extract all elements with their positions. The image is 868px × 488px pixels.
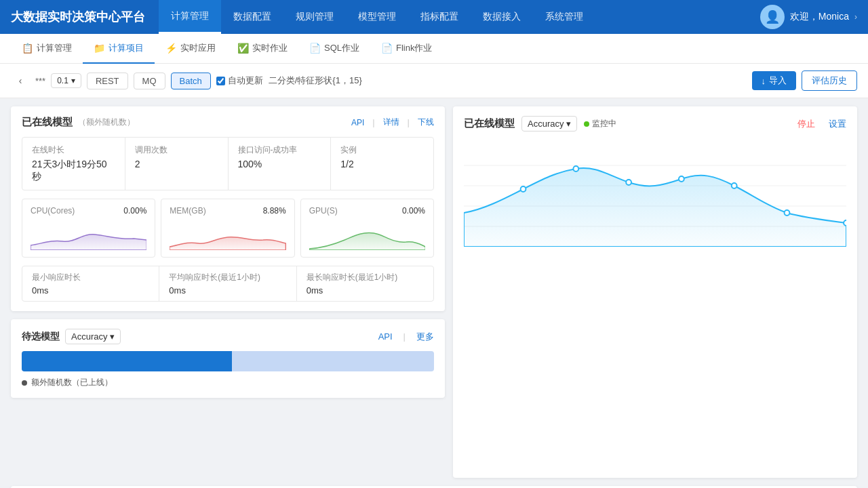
sub-nav: 📋 计算管理 📁 计算项目 ⚡ 实时应用 ✅ 实时作业 📄 SQL作业 📄 Fl… — [0, 34, 868, 64]
stat-call-count-label: 调用次数 — [135, 144, 218, 156]
sub-item-flink-job[interactable]: 📄 Flink作业 — [370, 34, 443, 64]
gpu-label: GPU(S) — [309, 206, 338, 216]
import-button[interactable]: ↓ 导入 — [752, 71, 797, 90]
legend-row: 额外随机数（已上线） — [22, 377, 434, 388]
chevron-down-icon: ▾ — [566, 119, 571, 129]
mem-resource-header: MEM(GB) 8.88% — [170, 206, 285, 216]
response-max: 最长响应时长(最近1小时) 0ms — [297, 266, 433, 301]
nav-item-compute[interactable]: 计算管理 — [159, 0, 221, 34]
sub-item-realtime-job[interactable]: ✅ 实时作业 — [226, 34, 298, 64]
auto-update-checkbox[interactable] — [216, 77, 225, 85]
gpu-mini-chart — [309, 220, 425, 250]
monitor-badge: 监控中 — [584, 118, 616, 129]
rest-button[interactable]: REST — [87, 73, 128, 89]
back-icon: ‹ — [19, 75, 22, 86]
cpu-resource-header: CPU(Cores) 0.00% — [31, 206, 146, 216]
version-select[interactable]: 0.1 ▾ — [51, 73, 81, 88]
svg-point-5 — [573, 166, 578, 171]
svg-point-10 — [844, 220, 846, 226]
response-avg-value: 0ms — [169, 285, 286, 296]
nav-item-model[interactable]: 模型管理 — [346, 0, 408, 34]
left-panel: 已在线模型 （额外随机数） API | 详情 | 下线 在线时长 21天3小时1… — [11, 106, 445, 478]
svg-point-7 — [679, 176, 684, 182]
cpu-label: CPU(Cores) — [31, 206, 75, 216]
svg-point-8 — [732, 183, 737, 188]
nav-item-system[interactable]: 系统管理 — [533, 0, 595, 34]
gpu-resource-card: GPU(S) 0.00% — [300, 199, 434, 258]
chevron-right-icon: › — [854, 12, 857, 22]
svg-point-6 — [626, 180, 631, 185]
cpu-mini-chart — [31, 220, 146, 250]
download-icon: ↓ — [762, 76, 766, 86]
realtime-app-icon: ⚡ — [165, 43, 177, 54]
api-link[interactable]: API — [351, 118, 364, 127]
mem-label: MEM(GB) — [170, 206, 205, 216]
nav-item-data-config[interactable]: 数据配置 — [221, 0, 283, 34]
pending-model-card: 待选模型 Accuracy ▾ API | 更多 额外随机数（已上线） — [11, 319, 445, 398]
response-min-label: 最小响应时长 — [32, 272, 149, 283]
right-online-card: 已在线模型 Accuracy ▾ 监控中 停止 设置 — [453, 106, 857, 478]
response-min-value: 0ms — [32, 285, 149, 296]
response-max-label: 最长响应时长(最近1小时) — [307, 272, 424, 283]
pending-api-link[interactable]: API — [378, 331, 393, 342]
stats-row: 在线时长 21天3小时19分50秒 调用次数 2 接口访问-成功率 100% 实… — [22, 137, 434, 190]
sub-item-compute-manage[interactable]: 📋 计算管理 — [11, 34, 83, 64]
stat-success-rate: 接口访问-成功率 100% — [229, 138, 332, 190]
pending-more-link[interactable]: 更多 — [416, 331, 434, 343]
bar-online — [22, 351, 232, 371]
stat-online-duration-label: 在线时长 — [32, 144, 115, 156]
stat-call-count: 调用次数 2 — [125, 138, 229, 190]
mem-value: 8.88% — [263, 206, 286, 216]
stop-button[interactable]: 停止 — [797, 118, 815, 130]
sub-item-compute-project[interactable]: 📁 计算项目 — [83, 34, 155, 64]
avatar: 👤 — [760, 5, 785, 29]
pending-accuracy-select[interactable]: Accuracy ▾ — [65, 329, 121, 344]
pending-model-title: 待选模型 — [22, 331, 60, 343]
monitor-label: 监控中 — [592, 118, 616, 129]
sub-item-realtime-app[interactable]: ⚡ 实时应用 — [155, 34, 226, 64]
app-logo: 大数据实时决策中心平台 — [11, 9, 145, 25]
compute-project-icon: 📁 — [94, 43, 105, 54]
nav-item-data-input[interactable]: 数据接入 — [471, 0, 533, 34]
online-model-subtitle: （额外随机数） — [78, 117, 135, 128]
detail-link[interactable]: 详情 — [383, 117, 399, 128]
eval-history-button[interactable]: 评估历史 — [802, 70, 857, 91]
response-avg: 平均响应时长(最近1小时) 0ms — [159, 266, 296, 301]
setting-button[interactable]: 设置 — [829, 118, 846, 130]
back-button[interactable]: ‹ — [11, 71, 30, 90]
pending-model-header: 待选模型 Accuracy ▾ API | 更多 — [22, 329, 434, 344]
stat-online-duration-value: 21天3小时19分50秒 — [32, 159, 115, 183]
chevron-down-icon: ▾ — [110, 331, 115, 342]
flink-job-icon: 📄 — [381, 43, 393, 54]
batch-button[interactable]: Batch — [171, 73, 211, 89]
gpu-value: 0.00% — [402, 206, 425, 216]
stat-instance-label: 实例 — [340, 144, 424, 156]
sub-item-sql-job[interactable]: 📄 SQL作业 — [298, 34, 370, 64]
realtime-job-icon: ✅ — [237, 43, 249, 54]
auto-update-checkbox-area[interactable]: 自动更新 — [216, 75, 263, 87]
cpu-value: 0.00% — [123, 206, 146, 216]
stat-success-rate-value: 100% — [238, 159, 321, 169]
nav-item-rule[interactable]: 规则管理 — [283, 0, 346, 34]
right-online-header: 已在线模型 Accuracy ▾ 监控中 停止 设置 — [464, 116, 846, 131]
right-panel: 已在线模型 Accuracy ▾ 监控中 停止 设置 — [453, 106, 857, 478]
right-accuracy-select[interactable]: Accuracy ▾ — [521, 116, 577, 131]
stat-call-count-value: 2 — [135, 159, 218, 169]
top-nav: 大数据实时决策中心平台 计算管理 数据配置 规则管理 模型管理 指标配置 数据接… — [0, 0, 868, 34]
legend-dot — [22, 380, 27, 386]
response-avg-label: 平均响应时长(最近1小时) — [169, 272, 286, 283]
resource-row: CPU(Cores) 0.00% — [22, 199, 434, 258]
right-online-title: 已在线模型 — [464, 117, 515, 130]
mq-button[interactable]: MQ — [134, 73, 165, 89]
mem-resource-card: MEM(GB) 8.88% — [161, 199, 294, 258]
nav-item-metric[interactable]: 指标配置 — [408, 0, 471, 34]
stat-online-duration: 在线时长 21天3小时19分50秒 — [22, 138, 125, 190]
response-row: 最小响应时长 0ms 平均响应时长(最近1小时) 0ms 最长响应时长(最近1小… — [22, 266, 434, 302]
online-model-header: 已在线模型 （额外随机数） API | 详情 | 下线 — [22, 116, 434, 129]
stat-success-rate-label: 接口访问-成功率 — [238, 144, 321, 156]
user-area: 👤 欢迎，Monica › — [760, 5, 857, 29]
offline-link[interactable]: 下线 — [418, 117, 434, 128]
user-name: 欢迎，Monica — [790, 11, 849, 23]
compute-manage-icon: 📋 — [22, 43, 33, 54]
project-stars: *** — [35, 76, 45, 86]
